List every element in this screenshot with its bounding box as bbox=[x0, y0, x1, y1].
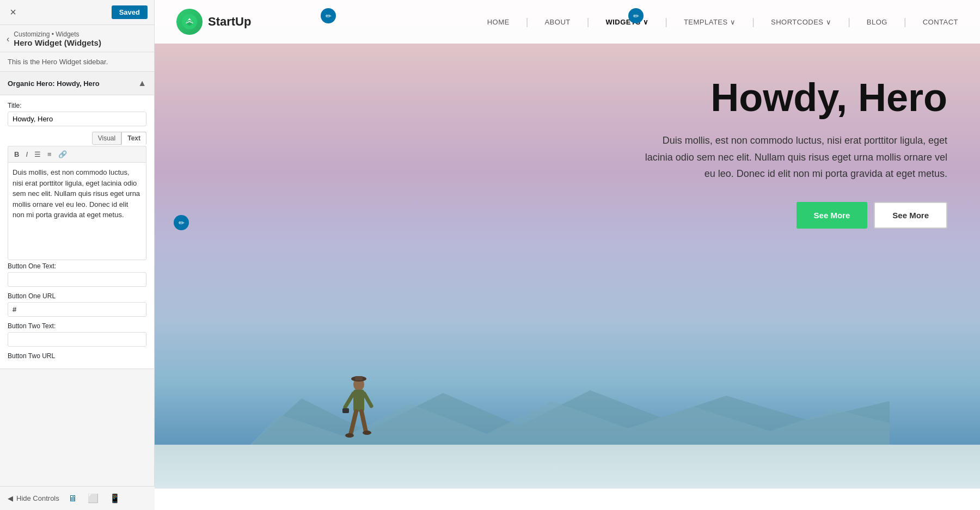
breadcrumb-path: Customizing • Widgets bbox=[14, 30, 101, 38]
mobile-device-button[interactable]: 📱 bbox=[107, 491, 122, 506]
tab-text[interactable]: Text bbox=[121, 132, 146, 145]
button-two-text-input[interactable] bbox=[8, 332, 146, 347]
arrow-left-icon: ◀ bbox=[8, 494, 13, 502]
hero-content: Howdy, Hero Duis mollis, est non commodo… bbox=[645, 76, 947, 229]
nav-home[interactable]: HOME bbox=[487, 18, 510, 26]
ground bbox=[155, 445, 980, 488]
svg-line-4 bbox=[351, 411, 356, 434]
widget-header[interactable]: Organic Hero: Howdy, Hero ▲ bbox=[0, 72, 154, 95]
nav-contact[interactable]: CONTACT bbox=[923, 18, 958, 26]
svg-point-9 bbox=[363, 431, 371, 435]
tablet-device-button[interactable]: ⬜ bbox=[85, 491, 101, 506]
button-two-text-label: Button Two Text: bbox=[8, 322, 146, 330]
hero-person bbox=[340, 374, 378, 447]
button-one-text-label: Button One Text: bbox=[8, 262, 146, 270]
hero-description: Duis mollis, est non commodo luctus, nis… bbox=[645, 132, 947, 182]
hero-button-primary[interactable]: See More bbox=[797, 202, 868, 229]
left-panel: × Saved ‹ Customizing • Widgets Hero Wid… bbox=[0, 0, 155, 510]
hide-controls-button[interactable]: ◀ Hide Controls bbox=[8, 494, 59, 502]
hero-background: ✏ ✏ ✏ bbox=[155, 0, 980, 488]
unordered-list-button[interactable]: ☰ bbox=[32, 149, 44, 160]
breadcrumb-info: Customizing • Widgets Hero Widget (Widge… bbox=[14, 30, 101, 47]
widget-header-label: Organic Hero: Howdy, Hero bbox=[8, 79, 100, 88]
breadcrumb-area: ‹ Customizing • Widgets Hero Widget (Wid… bbox=[0, 25, 154, 52]
svg-line-5 bbox=[362, 411, 366, 432]
editor-toolbar: B I ☰ ≡ 🔗 bbox=[8, 146, 146, 162]
svg-rect-12 bbox=[342, 408, 349, 413]
widget-body: Title: Visual Text B I ☰ ≡ 🔗 Duis mollis… bbox=[0, 95, 154, 368]
top-bar: × Saved bbox=[0, 0, 154, 25]
close-button[interactable]: × bbox=[7, 6, 20, 19]
hero-buttons: See More See More bbox=[645, 202, 947, 229]
back-button[interactable]: ‹ bbox=[7, 34, 9, 44]
sidebar-description: This is the Hero Widget sidebar. bbox=[0, 52, 154, 72]
widget-section: Organic Hero: Howdy, Hero ▲ Title: Visua… bbox=[0, 72, 154, 369]
preview-area: ✏ ✏ ✏ StartUp HOME | ABOUT | WIDGETS ∨ |… bbox=[155, 0, 980, 510]
nav-templates[interactable]: TEMPLATES ∨ bbox=[684, 18, 736, 26]
svg-line-7 bbox=[364, 394, 371, 406]
button-one-text-input[interactable] bbox=[8, 272, 146, 287]
button-one-url-input[interactable] bbox=[8, 302, 146, 317]
bottom-bar bbox=[155, 488, 980, 510]
title-input[interactable] bbox=[8, 112, 146, 126]
button-one-url-label: Button One URL bbox=[8, 292, 146, 300]
ordered-list-button[interactable]: ≡ bbox=[45, 149, 54, 160]
tab-visual[interactable]: Visual bbox=[92, 132, 121, 145]
logo-area: StartUp bbox=[176, 9, 251, 35]
logo-text: StartUp bbox=[208, 15, 251, 29]
logo-icon bbox=[176, 9, 203, 35]
saved-button[interactable]: Saved bbox=[112, 5, 148, 19]
hide-controls-label: Hide Controls bbox=[16, 494, 59, 502]
edit-pencil-templates[interactable]: ✏ bbox=[628, 8, 644, 23]
main-nav: HOME | ABOUT | WIDGETS ∨ | TEMPLATES ∨ |… bbox=[487, 16, 958, 28]
svg-rect-11 bbox=[355, 376, 363, 380]
hero-button-secondary[interactable]: See More bbox=[874, 202, 947, 229]
svg-point-8 bbox=[345, 433, 354, 438]
editor-tabs: Visual Text bbox=[8, 132, 146, 145]
chevron-up-icon: ▲ bbox=[138, 78, 146, 88]
hero-title: Howdy, Hero bbox=[645, 76, 947, 119]
breadcrumb-title: Hero Widget (Widgets) bbox=[14, 38, 101, 47]
content-editor[interactable]: Duis mollis, est non commodo luctus, nis… bbox=[8, 162, 146, 260]
nav-blog[interactable]: BLOG bbox=[867, 18, 887, 26]
site-header: StartUp HOME | ABOUT | WIDGETS ∨ | TEMPL… bbox=[155, 0, 980, 44]
nav-shortcodes[interactable]: SHORTCODES ∨ bbox=[771, 18, 831, 26]
edit-pencil-hero[interactable]: ✏ bbox=[174, 215, 189, 230]
italic-button[interactable]: I bbox=[23, 149, 30, 160]
edit-pencil-header[interactable]: ✏ bbox=[321, 8, 336, 23]
svg-line-6 bbox=[345, 394, 353, 407]
bold-button[interactable]: B bbox=[11, 149, 22, 160]
title-label: Title: bbox=[8, 102, 146, 109]
desktop-device-button[interactable]: 🖥 bbox=[66, 491, 79, 506]
link-button[interactable]: 🔗 bbox=[56, 149, 70, 160]
nav-about[interactable]: ABOUT bbox=[544, 18, 570, 26]
button-two-url-label: Button Two URL bbox=[8, 352, 146, 360]
